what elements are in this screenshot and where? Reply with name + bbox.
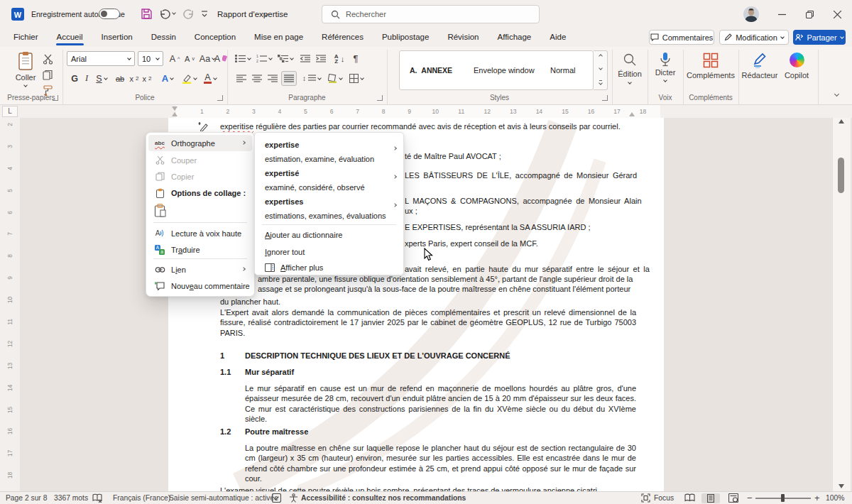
accessibility-status[interactable]: Accessibilité : consultez nos recommanda… bbox=[301, 492, 466, 504]
gallery-down-icon[interactable] bbox=[599, 66, 603, 70]
doc-fragment[interactable]: ambre parentale, une fissure oblique d'o… bbox=[258, 274, 633, 284]
paste-option-keep-formatting[interactable] bbox=[148, 201, 252, 219]
right-indent-marker[interactable] bbox=[629, 112, 635, 116]
scrollbar-thumb[interactable] bbox=[838, 158, 844, 193]
multilevel-list-button[interactable] bbox=[275, 51, 295, 66]
menu-item-read-aloud[interactable]: A Lecture à voix haute bbox=[148, 225, 252, 241]
search-input[interactable]: Rechercher bbox=[322, 5, 540, 23]
line-spacing-button[interactable]: ↕ bbox=[301, 71, 322, 86]
paste-button[interactable]: Coller bbox=[10, 51, 41, 87]
suggestion-word[interactable]: expertisé bbox=[258, 167, 400, 180]
doc-fragment[interactable]: LES BÂTISSEURS DE L'ÎLE, accompagné de M… bbox=[405, 170, 637, 180]
menu-item-spelling[interactable]: abc Orthographe bbox=[148, 135, 252, 151]
tab-dessin[interactable]: Dessin bbox=[142, 28, 185, 45]
avatar[interactable] bbox=[743, 6, 759, 22]
doc-line-misspelled[interactable]: experitise régulière des parties par cou… bbox=[220, 121, 621, 131]
underline-button[interactable]: S bbox=[92, 71, 111, 86]
heading-1-2[interactable]: Poutre maîtresse bbox=[245, 427, 308, 437]
tab-insertion[interactable]: Insertion bbox=[92, 28, 142, 45]
doc-paragraph[interactable]: La poutre maîtresse en chêne sur laquell… bbox=[245, 443, 636, 483]
menu-item-cut[interactable]: Couper bbox=[148, 152, 252, 168]
collapse-ribbon-icon[interactable] bbox=[834, 92, 839, 97]
style-envelope-window[interactable]: Envelope window bbox=[474, 51, 539, 89]
align-left-button[interactable] bbox=[234, 71, 248, 86]
autocorrect-options-icon[interactable] bbox=[197, 122, 209, 131]
proofing-errors-icon[interactable] bbox=[92, 493, 102, 503]
style-annexe[interactable]: A. ANNEXE bbox=[410, 51, 469, 89]
menu-item-link[interactable]: Lien bbox=[148, 261, 252, 278]
editor-score-icon[interactable] bbox=[272, 493, 281, 503]
superscript-button[interactable]: x2 bbox=[141, 71, 153, 86]
dictate-button[interactable]: Dicter bbox=[650, 53, 680, 82]
word-logo-icon[interactable]: W bbox=[11, 8, 24, 21]
scroll-down-icon[interactable] bbox=[839, 484, 844, 488]
undo-dropdown-icon[interactable] bbox=[172, 11, 176, 15]
doc-fragment[interactable]: ux ; bbox=[405, 206, 417, 216]
heading-number[interactable]: 1.1 bbox=[220, 367, 231, 377]
menu-item-add-to-dictionary[interactable]: Ajouter au dictionnaire bbox=[258, 227, 400, 243]
edition-button[interactable]: Édition bbox=[615, 53, 645, 84]
tab-conception[interactable]: Conception bbox=[185, 28, 245, 45]
zoom-out-button[interactable]: − bbox=[747, 492, 753, 504]
zoom-in-button[interactable]: + bbox=[814, 492, 820, 504]
paragraph-dialog-launcher[interactable] bbox=[377, 95, 383, 101]
first-line-indent-marker[interactable] bbox=[172, 106, 178, 111]
font-name-combo[interactable]: Arial bbox=[67, 51, 135, 66]
suggestion-synonyms[interactable]: estimations, examines, évaluations bbox=[258, 209, 400, 222]
grow-font-button[interactable]: A^ bbox=[168, 51, 182, 66]
pilcrow-button[interactable]: ¶ bbox=[349, 51, 362, 66]
doc-fragment[interactable]: té de Maître Paul AVOCAT ; bbox=[405, 151, 501, 161]
justify-button[interactable] bbox=[281, 71, 297, 86]
addins-button[interactable]: Compléments bbox=[686, 53, 736, 80]
font-color-button[interactable]: A bbox=[200, 71, 220, 86]
web-layout-icon[interactable] bbox=[728, 493, 738, 503]
suggestion-word[interactable]: expertises bbox=[258, 195, 400, 208]
borders-button[interactable] bbox=[346, 71, 366, 86]
menu-item-ignore-all[interactable]: Ignorer tout bbox=[258, 244, 400, 260]
menu-item-see-more[interactable]: Afficher plus bbox=[258, 260, 400, 275]
doc-fragment[interactable]: L MAÇONS & COMPAGNONS, accompagnée de Mo… bbox=[405, 196, 642, 206]
doc-fragment[interactable]: du plancher haut. bbox=[220, 297, 280, 307]
redo-button[interactable] bbox=[183, 9, 195, 19]
horizontal-ruler[interactable]: 123456789101112131415161718 L bbox=[0, 105, 852, 118]
accessibility-icon[interactable] bbox=[289, 493, 298, 503]
restore-button[interactable] bbox=[796, 0, 823, 28]
suggestion-synonyms[interactable]: estimation, examine, évaluation bbox=[258, 153, 400, 165]
clear-formatting-button[interactable]: A bbox=[213, 51, 229, 66]
hanging-indent-marker[interactable] bbox=[172, 112, 178, 116]
page-indicator[interactable]: Page 2 sur 8 bbox=[6, 492, 47, 504]
doc-fragment[interactable]: assage et se prolongeant jusqu'à la sous… bbox=[258, 284, 630, 294]
undo-button[interactable] bbox=[159, 9, 170, 19]
numbering-button[interactable]: 12 bbox=[254, 51, 274, 66]
heading-number[interactable]: 1 bbox=[220, 351, 224, 361]
style-normal[interactable]: Normal bbox=[550, 51, 590, 89]
heading-number[interactable]: 1.2 bbox=[220, 427, 231, 437]
editor-button[interactable]: Rédacteur bbox=[741, 53, 778, 80]
tab-revision[interactable]: Révision bbox=[438, 28, 488, 45]
suggestion-synonyms[interactable]: examiné, considéré, observé bbox=[258, 181, 400, 194]
doc-paragraph[interactable]: Le mur séparatif en cause est un mur de … bbox=[245, 383, 636, 424]
heading-1-1[interactable]: Mur séparatif bbox=[245, 367, 294, 377]
autocomplete-indicator[interactable]: Saisie semi-automatique : activée bbox=[169, 492, 278, 504]
strikethrough-button[interactable]: ab bbox=[112, 71, 128, 86]
menu-item-translate[interactable]: Aa Traduire bbox=[148, 241, 252, 258]
gallery-up-icon[interactable] bbox=[599, 54, 603, 58]
shrink-font-button[interactable]: Av bbox=[182, 51, 197, 66]
share-button[interactable]: Partager bbox=[793, 30, 846, 45]
shading-button[interactable] bbox=[325, 71, 345, 86]
subscript-button[interactable]: x2 bbox=[128, 71, 141, 86]
menu-item-new-comment[interactable]: Nouveau commentaire bbox=[148, 278, 252, 294]
sort-button[interactable]: AZ↓ bbox=[331, 51, 348, 66]
styles-dialog-launcher[interactable] bbox=[602, 95, 608, 101]
tab-affichage[interactable]: Affichage bbox=[488, 28, 541, 45]
quick-access-menu-icon[interactable] bbox=[201, 10, 208, 18]
tab-mise-en-page[interactable]: Mise en page bbox=[245, 28, 312, 45]
heading-1[interactable]: DESCRIPTION TECHNIQUE DES LIEUX ET DE L'… bbox=[245, 351, 510, 361]
scroll-up-icon[interactable] bbox=[839, 119, 844, 124]
tab-accueil[interactable]: Accueil bbox=[48, 28, 92, 45]
copy-icon[interactable] bbox=[43, 70, 53, 80]
save-icon[interactable] bbox=[141, 8, 153, 20]
focus-label[interactable]: Focus bbox=[654, 492, 674, 504]
menu-item-copy[interactable]: Copier bbox=[148, 168, 252, 185]
tab-references[interactable]: Références bbox=[312, 28, 373, 45]
